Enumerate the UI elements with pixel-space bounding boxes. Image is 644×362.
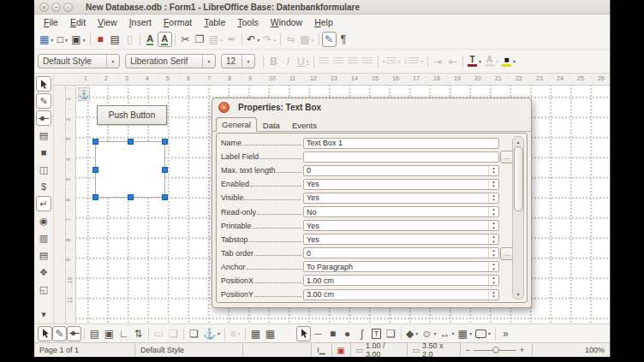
scroll-up-icon[interactable]: ▴ — [513, 137, 523, 146]
window-close-button[interactable]: × — [39, 3, 49, 12]
cut-button[interactable]: ✂ — [178, 32, 193, 47]
export-pdf-button[interactable]: ■ — [93, 32, 108, 47]
push-button-control[interactable]: Push Button — [97, 105, 167, 125]
drawing-select-button[interactable] — [296, 326, 311, 341]
scroll-down-icon[interactable]: ▾ — [513, 289, 523, 299]
tabstop-select[interactable]: Yes ▴▾ — [303, 234, 499, 245]
insert-line-button[interactable]: ─ — [311, 326, 325, 341]
max-text-length-input[interactable]: 0 ▴▾ — [303, 165, 499, 176]
menu-tools[interactable]: Tools — [231, 15, 265, 29]
label-field-input[interactable] — [303, 151, 499, 163]
font-color-button[interactable]: T ▾ — [466, 54, 483, 69]
italic-button[interactable]: I — [281, 54, 295, 69]
undo-button[interactable]: ↶▾ — [245, 32, 261, 47]
design-mode-button[interactable]: ✎ — [322, 32, 337, 47]
zoom-out-icon[interactable]: − — [466, 346, 470, 354]
push-button-tool[interactable]: ↵ — [36, 196, 51, 211]
dialog-close-button[interactable]: × — [218, 102, 230, 113]
menu-file[interactable]: File — [38, 15, 64, 29]
insert-frame-button[interactable]: ❏ — [384, 326, 398, 341]
paragraph-style-combo[interactable]: Default Style ▾ — [38, 54, 120, 68]
selection-handle[interactable] — [128, 194, 134, 200]
zoom-percent[interactable]: 100% — [533, 343, 611, 357]
highlight-color-button[interactable]: A ▾ — [483, 54, 500, 69]
menu-view[interactable]: View — [92, 15, 123, 29]
basic-shapes-button[interactable]: ◆▾ — [404, 326, 420, 341]
underline-button[interactable]: U▾ — [295, 54, 311, 69]
spinner[interactable]: ▴▾ — [488, 193, 498, 203]
chevron-down-icon[interactable]: ▾ — [242, 55, 254, 68]
read-only-select[interactable]: No ▴▾ — [303, 206, 499, 217]
zoom-in-icon[interactable]: + — [520, 346, 524, 354]
selection-handle[interactable] — [162, 194, 168, 200]
form-properties-button[interactable]: ▣ — [102, 326, 116, 341]
menu-help[interactable]: Help — [308, 15, 339, 29]
form-navigator-button[interactable]: ▤ — [87, 326, 102, 341]
chevron-down-icon[interactable]: ▾ — [106, 55, 119, 68]
spinner[interactable]: ▴▾ — [488, 276, 498, 285]
selection-mode-indicator[interactable]: I▁ — [312, 343, 332, 357]
select-tool[interactable] — [36, 76, 51, 92]
label-field-tool[interactable]: ▤ — [36, 128, 51, 143]
horizontal-ruler[interactable]: 1·2·3·4·5·6·7·8·9·10·11·12·13·14·15·16·1… — [54, 74, 610, 86]
menu-edit[interactable]: Edit — [64, 15, 92, 29]
tab-general[interactable]: General — [216, 117, 257, 132]
align-right-button[interactable] — [346, 54, 361, 69]
font-name-combo[interactable]: Liberation Serif ▾ — [125, 54, 216, 68]
save-button[interactable]: ▣▾ — [69, 32, 86, 47]
paste-button[interactable]: ▤▾ — [207, 32, 224, 47]
flowchart-button[interactable]: ▦▾ — [456, 326, 474, 341]
scrollbar-thumb[interactable] — [514, 146, 523, 211]
selection-handle[interactable] — [92, 167, 98, 173]
enabled-select[interactable]: Yes ▴▾ — [303, 179, 499, 190]
spinner[interactable]: ▴▾ — [488, 234, 498, 244]
display-grid-button[interactable]: ▦ — [248, 326, 263, 341]
tab-events[interactable]: Events — [286, 118, 323, 132]
menu-insert[interactable]: Insert — [123, 15, 158, 29]
window-maximize-button[interactable]: ▫ — [63, 3, 73, 12]
bullet-list-button[interactable]: •▾ — [381, 54, 402, 69]
clone-formatting-button[interactable]: ✒ — [224, 32, 239, 47]
group-box-tool[interactable]: ■ — [36, 145, 51, 160]
formatting-marks-button[interactable]: ¶ — [337, 32, 351, 47]
control-wizards-toggle[interactable] — [67, 326, 81, 341]
spelling-button[interactable]: A — [143, 32, 158, 47]
selection-handle[interactable] — [92, 139, 98, 145]
image-control-tool[interactable]: ❖ — [36, 264, 51, 280]
print-button[interactable]: ▤ — [108, 32, 122, 47]
open-button[interactable]: □▾ — [55, 32, 69, 47]
position-y-input[interactable]: 3.00 cm ▴▾ — [303, 289, 499, 300]
spinner[interactable]: ▴▾ — [488, 207, 498, 217]
decrease-indent-button[interactable]: ⇤ — [445, 54, 460, 69]
curve-button[interactable]: ʃ — [355, 326, 369, 341]
view-data-sources-button[interactable]: ▦▾ — [38, 32, 55, 47]
object-align-button[interactable]: ≡▾ — [228, 326, 242, 341]
insert-text-box-button[interactable]: T — [369, 326, 384, 341]
dialog-scrollbar[interactable]: ▴ ▾ — [512, 136, 524, 300]
group-button[interactable]: ❏ — [187, 326, 201, 341]
copy-button[interactable]: ❐ — [193, 32, 207, 47]
spinner[interactable]: ▴▾ — [488, 166, 498, 175]
snap-to-grid-button[interactable]: ▦ — [263, 326, 277, 341]
menu-format[interactable]: Format — [158, 15, 198, 29]
add-field-button[interactable]: ▭ — [152, 326, 166, 341]
more-controls-tool[interactable]: ◱ — [36, 282, 51, 297]
selection-handle[interactable] — [162, 167, 168, 173]
spinner[interactable]: ▴▾ — [488, 262, 498, 271]
document-modified-indicator[interactable]: ▣ — [332, 343, 351, 357]
insert-table-button[interactable]: ▦▾ — [298, 32, 315, 47]
callouts-button[interactable]: ▾ — [474, 326, 492, 341]
change-anchor-button[interactable]: ⚓▾ — [201, 326, 222, 341]
symbol-shapes-button[interactable]: ☺▾ — [420, 326, 438, 341]
design-mode-tool[interactable]: ✎ — [36, 93, 51, 109]
selection-handle[interactable] — [128, 139, 134, 145]
position-x-input[interactable]: 1.00 cm ▴▾ — [303, 275, 499, 286]
spinner[interactable]: ▴▾ — [488, 180, 498, 189]
dialog-titlebar[interactable]: × Properties: Text Box — [212, 98, 531, 116]
visible-select[interactable]: Yes ▴▾ — [303, 193, 499, 204]
auto-spellcheck-button[interactable]: A — [158, 32, 172, 47]
window-minimize-button[interactable]: − — [51, 3, 61, 12]
name-input[interactable]: Text Box 1 — [303, 138, 499, 149]
zoom-knob[interactable] — [492, 347, 499, 353]
bold-button[interactable]: B — [266, 54, 281, 69]
